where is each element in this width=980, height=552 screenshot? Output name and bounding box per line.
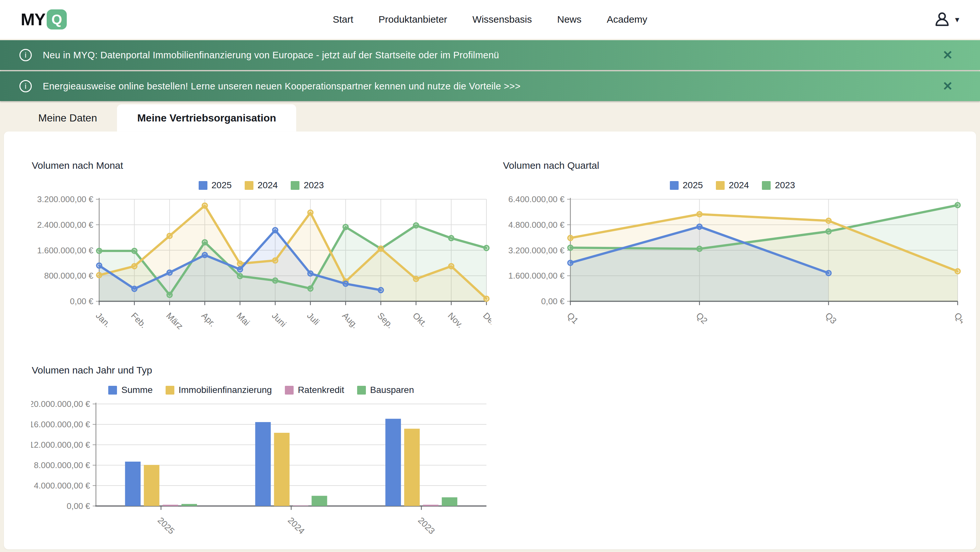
legend-label: Bausparen [370,385,414,395]
nav-item-start[interactable]: Start [333,14,353,25]
svg-text:Sep.: Sep. [375,311,395,330]
chart-legend: 202520242023 [502,178,963,192]
app-header: MY Q Start Produktanbieter Wissensbasis … [0,0,980,39]
legend-swatch-icon [165,386,174,395]
chart-title: Volumen nach Monat [32,160,491,171]
legend-item[interactable]: 2025 [670,180,703,190]
nav-item-news[interactable]: News [557,14,581,25]
chart-volumen-nach-monat: Volumen nach Monat 202520242023 0,00 €80… [31,160,491,347]
svg-text:März: März [164,311,185,332]
legend-item[interactable]: Ratenkredit [285,385,344,395]
dashboard-card: Volumen nach Monat 202520242023 0,00 €80… [4,132,976,549]
tab-meine-vertriebsorganisation[interactable]: Meine Vertriebsorganisation [117,104,296,132]
legend-swatch-icon [199,181,207,190]
tab-meine-daten[interactable]: Meine Daten [18,104,117,132]
tab-bar: Meine Daten Meine Vertriebsorganisation [0,104,980,132]
profile-menu-button[interactable]: ▾ [934,11,959,28]
info-icon: i [19,49,32,61]
nav-item-wissensbasis[interactable]: Wissensbasis [473,14,532,25]
svg-text:Juli: Juli [305,311,321,327]
svg-text:Dez.: Dez. [481,311,491,330]
logo-text: MY [21,10,45,29]
legend-swatch-icon [285,386,294,395]
svg-text:Juni: Juni [270,311,288,329]
app-logo[interactable]: MY Q [21,10,67,30]
svg-text:Jan.: Jan. [94,311,113,329]
legend-item[interactable]: 2024 [245,180,278,190]
svg-text:3.200.000,00 €: 3.200.000,00 € [509,246,565,255]
svg-text:1.600.000,00 €: 1.600.000,00 € [509,271,565,281]
legend-item[interactable]: 2025 [199,180,232,190]
nav-item-produktanbieter[interactable]: Produktanbieter [379,14,447,25]
svg-text:3.200.000,00 €: 3.200.000,00 € [37,194,94,204]
svg-text:2023: 2023 [416,516,437,536]
chart-title: Volumen nach Jahr und Typ [32,365,491,376]
caret-down-icon: ▾ [955,14,959,25]
user-icon [934,11,950,28]
legend-item[interactable]: Summe [108,385,152,395]
svg-text:4.000.000,00 €: 4.000.000,00 € [34,481,91,490]
legend-swatch-icon [108,386,117,395]
svg-text:12.000.000,00 €: 12.000.000,00 € [31,440,91,450]
legend-item[interactable]: Immobilienfinanzierung [165,385,272,395]
svg-text:0,00 €: 0,00 € [67,501,91,511]
svg-text:2024: 2024 [286,516,307,536]
svg-text:Q3: Q3 [823,311,838,326]
svg-text:4.800.000,00 €: 4.800.000,00 € [509,220,565,230]
svg-text:1.600.000,00 €: 1.600.000,00 € [37,246,94,255]
legend-label: 2024 [258,180,278,190]
svg-text:Feb.: Feb. [129,311,148,330]
legend-swatch-icon [670,181,679,190]
legend-swatch-icon [357,386,366,395]
legend-label: Ratenkredit [298,385,344,395]
svg-text:Apr.: Apr. [200,311,218,328]
legend-label: Immobilienfinanzierung [178,385,272,395]
legend-item[interactable]: 2024 [716,180,749,190]
bar-chart-jahr-typ: 0,00 €4.000.000,00 €8.000.000,00 €12.000… [31,399,491,551]
svg-text:2.400.000,00 €: 2.400.000,00 € [37,220,94,230]
svg-text:Q1: Q1 [565,311,581,326]
svg-text:Nov.: Nov. [446,311,465,330]
nav-item-academy[interactable]: Academy [607,14,647,25]
banner-text: Energieausweise online bestellen! Lerne … [43,81,520,92]
close-icon[interactable]: ✕ [935,80,961,92]
legend-label: Summe [121,385,152,395]
line-chart-monat: 0,00 €800.000,00 €1.600.000,00 €2.400.00… [31,194,491,347]
legend-swatch-icon [245,181,253,190]
info-icon: i [19,80,32,92]
line-chart-quartal: 0,00 €1.600.000,00 €3.200.000,00 €4.800.… [502,194,963,347]
legend-swatch-icon [716,181,725,190]
svg-text:2025: 2025 [156,516,177,536]
legend-label: 2024 [729,180,749,190]
svg-text:Okt.: Okt. [410,311,429,329]
main-nav: Start Produktanbieter Wissensbasis News … [333,0,648,39]
legend-label: 2025 [212,180,232,190]
chart-title: Volumen nach Quartal [503,160,963,171]
svg-text:20.000.000,00 €: 20.000.000,00 € [31,399,91,409]
legend-label: 2023 [775,180,795,190]
legend-label: 2023 [304,180,324,190]
svg-text:6.400.000,00 €: 6.400.000,00 € [509,194,565,204]
close-icon[interactable]: ✕ [935,49,961,61]
legend-label: 2025 [683,180,703,190]
svg-text:Mai: Mai [235,311,251,327]
chart-legend: 202520242023 [31,178,491,192]
chart-legend: SummeImmobilienfinanzierungRatenkreditBa… [31,383,491,397]
svg-text:0,00 €: 0,00 € [70,297,94,306]
legend-item[interactable]: Bausparen [357,385,414,395]
legend-swatch-icon [291,181,299,190]
legend-swatch-icon [762,181,771,190]
chart-volumen-nach-quartal: Volumen nach Quartal 202520242023 0,00 €… [502,160,963,347]
logo-badge: Q [47,10,67,30]
legend-item[interactable]: 2023 [762,180,795,190]
svg-text:0,00 €: 0,00 € [541,297,565,306]
notification-banner-datenportal: i Neu in MYQ: Datenportal Immobilienfina… [0,40,980,70]
svg-text:Q4: Q4 [953,311,963,326]
banner-text: Neu in MYQ: Datenportal Immobilienfinanz… [43,50,499,60]
notification-banner-energieausweise: i Energieausweise online bestellen! Lern… [0,71,980,101]
svg-text:Q2: Q2 [694,311,710,326]
legend-item[interactable]: 2023 [291,180,324,190]
svg-text:Aug.: Aug. [340,311,360,330]
svg-text:800.000,00 €: 800.000,00 € [44,271,93,281]
svg-text:8.000.000,00 €: 8.000.000,00 € [34,460,91,470]
